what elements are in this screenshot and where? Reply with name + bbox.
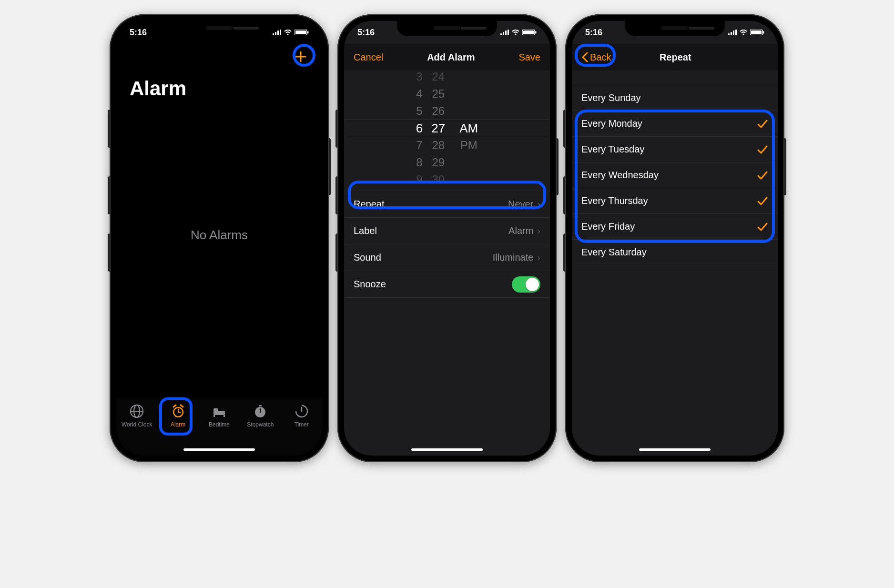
picker-minutes[interactable]: 24 25 26 27 28 29 30 xyxy=(431,68,445,188)
screen-alarm-list: 5:16 Alarm No Alarms World Clock xyxy=(116,21,322,456)
tab-stopwatch[interactable]: Stopwatch xyxy=(241,403,279,428)
tab-timer[interactable]: Timer xyxy=(283,403,321,428)
svg-rect-18 xyxy=(213,408,218,411)
repeat-row[interactable]: Repeat Never› xyxy=(344,191,550,218)
add-alarm-button[interactable] xyxy=(293,49,309,65)
day-label: Every Monday xyxy=(581,118,642,129)
row-value: Alarm xyxy=(508,225,533,236)
checkmark-icon xyxy=(757,222,768,232)
picker-ampm[interactable]: . . . AM PM . . xyxy=(459,68,478,188)
phone-frame-2: 5:16 Cancel Add Alarm Save 3 4 5 6 xyxy=(337,14,557,462)
checkmark-icon xyxy=(757,171,768,180)
plus-icon xyxy=(294,50,308,64)
snooze-toggle[interactable] xyxy=(512,276,540,293)
notch xyxy=(169,21,269,36)
back-label: Back xyxy=(590,52,611,63)
day-row-thursday[interactable]: Every Thursday xyxy=(572,188,778,214)
status-right xyxy=(273,30,309,35)
tab-bedtime[interactable]: Bedtime xyxy=(200,403,238,428)
bed-icon xyxy=(211,403,227,419)
label-row[interactable]: Label Alarm› xyxy=(344,218,550,244)
row-label: Sound xyxy=(354,252,381,263)
row-label: Repeat xyxy=(354,199,385,210)
status-right xyxy=(500,30,537,35)
row-value: Illuminate xyxy=(493,252,534,263)
svg-rect-19 xyxy=(213,415,215,417)
day-label: Every Thursday xyxy=(581,195,648,206)
tab-label: Timer xyxy=(295,421,309,428)
day-row-wednesday[interactable]: Every Wednesday xyxy=(572,162,778,188)
nav-title: Repeat xyxy=(660,52,691,63)
nav-title: Add Alarm xyxy=(427,52,475,63)
chevron-left-icon xyxy=(581,52,588,62)
checkmark-icon xyxy=(757,119,768,129)
tab-label: Alarm xyxy=(171,421,185,428)
notch xyxy=(397,21,497,36)
days-list: Every Sunday Every Monday Every Tuesday … xyxy=(572,85,778,265)
tab-label: World Clock xyxy=(122,421,152,428)
day-label: Every Sunday xyxy=(581,92,641,103)
day-label: Every Wednesday xyxy=(581,170,659,181)
notch xyxy=(625,21,725,36)
empty-state-text: No Alarms xyxy=(116,228,322,243)
svg-rect-20 xyxy=(224,415,225,417)
home-indicator[interactable] xyxy=(411,448,483,451)
home-indicator[interactable] xyxy=(183,448,255,451)
status-right xyxy=(728,30,764,35)
day-row-friday[interactable]: Every Friday xyxy=(572,214,778,240)
alarm-clock-icon xyxy=(170,403,186,419)
screen-add-alarm: 5:16 Cancel Add Alarm Save 3 4 5 6 xyxy=(344,21,550,456)
globe-icon xyxy=(129,403,145,419)
day-label: Every Friday xyxy=(581,221,635,232)
tab-label: Bedtime xyxy=(209,421,230,428)
status-time: 5:16 xyxy=(130,28,147,38)
nav-bar: Back Repeat xyxy=(572,44,778,71)
phone-frame-1: 5:16 Alarm No Alarms World Clock xyxy=(110,14,329,462)
tab-bar: World Clock Alarm Bedtime Stopwatch Time… xyxy=(116,398,322,456)
status-time: 5:16 xyxy=(357,28,375,38)
snooze-row: Snooze xyxy=(344,271,550,298)
chevron-right-icon: › xyxy=(537,199,540,210)
day-row-saturday[interactable]: Every Saturday xyxy=(572,240,778,265)
day-row-monday[interactable]: Every Monday xyxy=(572,111,778,137)
svg-rect-22 xyxy=(259,405,262,406)
nav-bar: Cancel Add Alarm Save xyxy=(344,44,550,71)
sound-row[interactable]: Sound Illuminate› xyxy=(344,244,550,271)
cancel-button[interactable]: Cancel xyxy=(354,52,383,63)
three-phone-layout: 5:16 Alarm No Alarms World Clock xyxy=(0,0,894,476)
day-label: Every Tuesday xyxy=(581,144,644,155)
time-picker[interactable]: 3 4 5 6 7 8 9 24 25 26 27 28 29 30 xyxy=(344,73,550,183)
back-button[interactable]: Back xyxy=(581,52,611,63)
picker-hours[interactable]: 3 4 5 6 7 8 9 xyxy=(416,68,423,188)
phone-frame-3: 5:16 Back Repeat Every Sunday xyxy=(565,14,784,462)
svg-rect-17 xyxy=(213,411,225,415)
stopwatch-icon xyxy=(252,403,268,419)
tab-label: Stopwatch xyxy=(247,421,274,428)
home-indicator[interactable] xyxy=(639,448,711,451)
page-title: Alarm xyxy=(116,65,322,100)
tab-world-clock[interactable]: World Clock xyxy=(118,403,156,428)
chevron-right-icon: › xyxy=(537,252,540,263)
status-time: 5:16 xyxy=(585,28,602,38)
alarm-settings-list: Repeat Never› Label Alarm› Sound Illumin… xyxy=(344,191,550,298)
day-row-sunday[interactable]: Every Sunday xyxy=(572,85,778,111)
tab-alarm[interactable]: Alarm xyxy=(159,403,197,428)
save-button[interactable]: Save xyxy=(518,52,540,63)
timer-icon xyxy=(294,403,310,419)
chevron-right-icon: › xyxy=(537,225,540,236)
checkmark-icon xyxy=(757,145,768,154)
row-label: Snooze xyxy=(354,279,386,290)
row-label: Label xyxy=(354,225,377,236)
day-row-tuesday[interactable]: Every Tuesday xyxy=(572,137,778,162)
row-value: Never xyxy=(508,199,533,210)
day-label: Every Saturday xyxy=(581,247,647,258)
screen-repeat-days: 5:16 Back Repeat Every Sunday xyxy=(572,21,778,456)
checkmark-icon xyxy=(757,196,768,206)
